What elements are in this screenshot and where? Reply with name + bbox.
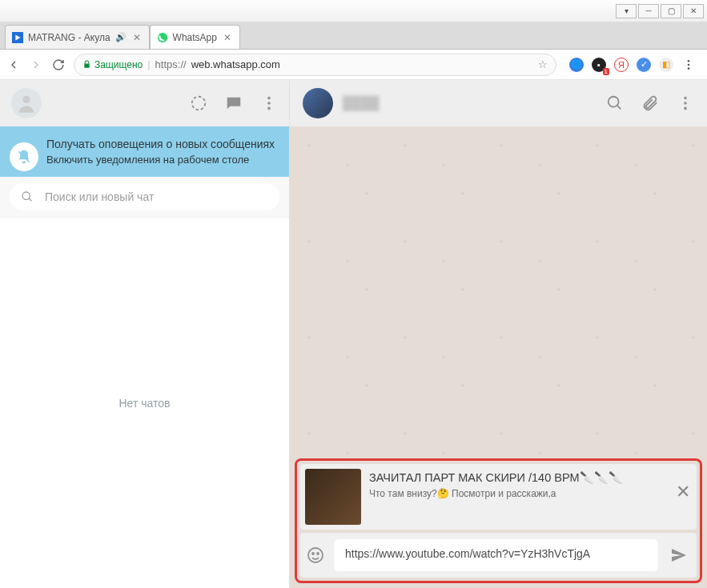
search-input[interactable]: Поиск или новый чат [10,183,279,210]
tab-title: WhatsApp [173,32,217,43]
left-panel: Получать оповещения о новых сообщениях В… [0,80,290,588]
svg-point-5 [22,96,30,103]
svg-point-20 [317,553,319,554]
menu-icon[interactable] [677,94,694,112]
lock-icon: Защищено [82,59,143,70]
attach-icon[interactable] [641,94,659,112]
preview-thumbnail [305,469,361,525]
svg-point-9 [267,107,271,110]
tab-strip: MATRANG - Акула 🔊 ✕ WhatsApp ✕ [0,22,707,50]
notification-banner[interactable]: Получать оповещения о новых сообщениях В… [0,126,289,177]
compose-area: ЗАЧИТАЛ ПАРТ МАК СКИРИ /140 BPM🔪🔪🔪 Что т… [290,455,707,588]
yandex-icon[interactable]: Я [614,58,629,72]
search-placeholder: Поиск или новый чат [45,190,154,203]
svg-point-3 [688,63,690,66]
vk-icon[interactable]: ✓ [637,58,651,72]
play-icon [12,32,23,43]
svg-point-7 [267,97,271,100]
right-panel: ████ ЗАЧИТАЛ ПАРТ МАК СКИРИ /140 BPM🔪🔪🔪 … [290,80,707,588]
chat-header: ████ [290,80,707,126]
whatsapp-app: Получать оповещения о новых сообщениях В… [0,80,707,588]
svg-point-18 [308,548,323,562]
svg-point-16 [684,102,687,105]
new-chat-icon[interactable] [225,94,243,112]
svg-point-11 [22,192,30,199]
url-host: web.whatsapp.com [191,58,280,70]
extension-icon[interactable]: ◧ [659,58,673,72]
contact-avatar[interactable] [303,88,333,118]
contact-name[interactable]: ████ [343,96,379,110]
close-icon[interactable]: ✕ [222,32,233,43]
svg-point-13 [609,97,619,107]
svg-point-19 [312,553,314,554]
status-icon[interactable] [190,94,207,112]
notification-subtitle: Включить уведомления на рабочем столе [46,154,278,166]
reload-button[interactable] [51,58,66,72]
link-preview: ЗАЧИТАЛ ПАРТ МАК СКИРИ /140 BPM🔪🔪🔪 Что т… [300,464,697,530]
svg-point-2 [688,60,690,62]
svg-point-4 [688,67,690,70]
star-icon[interactable]: ☆ [538,58,548,70]
extension-icons: 🌐 ▪1 Я ✓ ◧ [564,58,701,72]
whatsapp-icon [157,32,168,43]
svg-point-6 [192,97,206,110]
empty-label: Нет чатов [119,397,171,410]
browser-tab[interactable]: WhatsApp ✕ [150,25,240,49]
window-maximize-button[interactable]: ▢ [661,4,681,18]
search-row: Поиск или новый чат [0,177,289,218]
window-dropdown-button[interactable]: ▾ [616,4,637,18]
svg-point-17 [684,107,687,110]
left-header [0,80,289,126]
message-input[interactable]: https://www.youtube.com/watch?v=YzH3hVcT… [334,539,658,571]
speaker-icon[interactable]: 🔊 [115,32,127,42]
secure-label: Защищено [94,59,143,70]
close-icon[interactable]: ✕ [131,32,143,43]
tab-title: MATRANG - Акула [28,32,110,43]
notification-title: Получать оповещения о новых сообщениях [46,138,278,150]
back-button[interactable] [6,58,21,72]
svg-line-12 [29,198,31,201]
search-icon[interactable] [606,94,624,112]
annotation-highlight: ЗАЧИТАЛ ПАРТ МАК СКИРИ /140 BPM🔪🔪🔪 Что т… [295,458,702,583]
emoji-icon[interactable] [305,546,326,565]
menu-icon[interactable] [681,58,696,72]
bell-off-icon [10,142,38,171]
send-button[interactable] [666,546,692,565]
window-minimize-button[interactable]: ─ [638,4,659,18]
chat-list-empty: Нет чатов [0,218,289,588]
svg-point-8 [267,102,271,105]
browser-tab[interactable]: MATRANG - Акула 🔊 ✕ [5,25,150,49]
browser-toolbar: Защищено | https://web.whatsapp.com ☆ 🌐 … [0,50,707,80]
url-scheme: https:// [155,58,187,70]
message-input-row: https://www.youtube.com/watch?v=YzH3hVcT… [300,533,697,578]
close-icon[interactable]: ✕ [676,482,690,502]
window-titlebar: ▾ ─ ▢ ✕ [0,0,707,22]
svg-line-14 [617,106,621,110]
address-bar[interactable]: Защищено | https://web.whatsapp.com ☆ [74,54,556,76]
preview-title: ЗАЧИТАЛ ПАРТ МАК СКИРИ /140 BPM🔪🔪🔪 [369,470,669,485]
svg-point-15 [684,97,687,100]
message-area[interactable] [290,126,707,455]
forward-button[interactable] [29,58,43,72]
search-icon [21,190,34,203]
window-close-button[interactable]: ✕ [683,4,704,18]
globe-icon[interactable]: 🌐 [569,58,584,72]
avatar[interactable] [11,88,42,118]
preview-description: Что там внизу?🤔 Посмотри и расскажи,а [369,488,669,499]
extension-icon[interactable]: ▪1 [592,58,606,72]
menu-icon[interactable] [260,94,278,112]
